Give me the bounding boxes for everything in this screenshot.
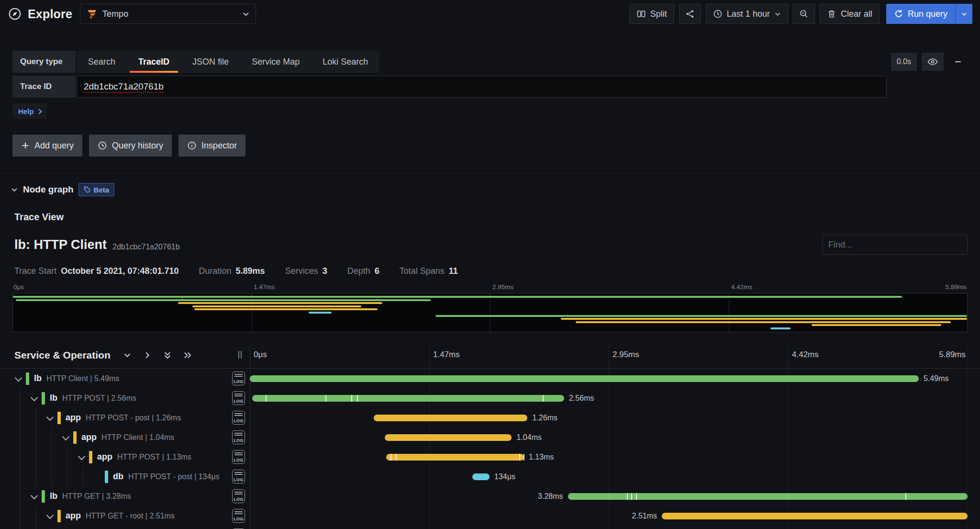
- collapse-chevron-icon[interactable]: [60, 431, 72, 444]
- log-icon[interactable]: LOG: [232, 509, 245, 523]
- inspector-button[interactable]: Inspector: [178, 135, 245, 157]
- collapse-chevron-icon[interactable]: [28, 392, 41, 405]
- trace-row[interactable]: LOG: [0, 526, 980, 529]
- indent-guide: [76, 467, 91, 486]
- log-icon[interactable]: LOG: [232, 391, 245, 405]
- sync-icon: [894, 9, 903, 19]
- remove-query-button[interactable]: [948, 53, 968, 71]
- minimap-tick: 0μs: [13, 283, 24, 291]
- trace-row[interactable]: appHTTP POST - post | 1.26msLOG1.26ms: [0, 408, 980, 428]
- row-timeline-cell[interactable]: 3.28ms: [250, 486, 968, 506]
- column-resizer-handle[interactable]: [238, 351, 242, 359]
- tab-search[interactable]: Search: [77, 51, 127, 73]
- row-name-cell[interactable]: dbHTTP POST - post | 134μsLOG: [0, 467, 250, 486]
- hide-query-button[interactable]: [922, 53, 944, 71]
- log-icon[interactable]: LOG: [232, 430, 245, 444]
- span-bar[interactable]: [252, 395, 565, 402]
- span-bar[interactable]: [472, 473, 490, 480]
- minimap-tick: 5.89ms: [946, 283, 967, 291]
- trace-row[interactable]: appHTTP Client | 1.04msLOG1.04ms: [0, 428, 980, 447]
- span-bar[interactable]: [386, 454, 524, 461]
- add-query-button[interactable]: Add query: [12, 135, 82, 157]
- run-query-button[interactable]: Run query: [886, 4, 972, 24]
- log-marker-tick: [390, 454, 391, 461]
- share-button[interactable]: [679, 4, 701, 24]
- tab-service-map[interactable]: Service Map: [240, 51, 311, 73]
- tab-traceid[interactable]: TraceID: [127, 51, 181, 73]
- trace-id-row: Trace ID 2db1cbc71a20761b: [12, 76, 887, 98]
- row-name-cell[interactable]: appHTTP POST | 1.13msLOG: [0, 447, 250, 467]
- row-name-cell[interactable]: appHTTP GET - root | 2.51msLOG: [0, 506, 250, 526]
- meta-value: 3: [323, 266, 327, 276]
- indent-guide: [12, 408, 28, 428]
- trace-row[interactable]: appHTTP GET - root | 2.51msLOG2.51ms: [0, 506, 980, 526]
- minimap-span: [770, 327, 791, 329]
- double-chevron-right-icon[interactable]: [182, 350, 193, 360]
- span-bar[interactable]: [385, 434, 512, 441]
- log-icon[interactable]: LOG: [232, 450, 245, 464]
- trace-row[interactable]: lbHTTP POST | 2.56msLOG2.56ms: [0, 388, 980, 408]
- row-timeline-cell[interactable]: 5.49ms: [250, 369, 968, 388]
- minimap-tick: 2.95ms: [490, 283, 513, 291]
- trace-row[interactable]: lbHTTP GET | 3.28msLOG3.28ms: [0, 486, 980, 506]
- collapse-chevron-icon[interactable]: [12, 372, 25, 385]
- span-bar[interactable]: [250, 375, 919, 382]
- chevron-down-icon[interactable]: [122, 350, 133, 360]
- chevron-right-icon[interactable]: [142, 350, 153, 360]
- service-color-bar: [57, 412, 61, 424]
- run-query-main[interactable]: Run query: [886, 9, 955, 19]
- row-timeline-cell[interactable]: [250, 526, 968, 529]
- trace-row[interactable]: lbHTTP Client | 5.49msLOG5.49ms: [0, 369, 980, 388]
- collapse-chevron-icon[interactable]: [44, 510, 56, 522]
- row-name-cell[interactable]: lbHTTP Client | 5.49msLOG: [0, 369, 250, 388]
- node-graph-section-header[interactable]: Node graph Beta: [11, 183, 114, 196]
- row-name-cell[interactable]: lbHTTP GET | 3.28msLOG: [0, 486, 250, 506]
- row-name-cell[interactable]: LOG: [0, 526, 250, 529]
- collapse-chevron-icon[interactable]: [76, 451, 88, 463]
- find-input[interactable]: [822, 235, 968, 255]
- indent-guide: [12, 486, 28, 506]
- log-marker-tick: [357, 395, 358, 402]
- timeline-tick: 5.89ms: [939, 350, 966, 360]
- query-history-button[interactable]: Query history: [89, 135, 172, 157]
- row-name-cell[interactable]: appHTTP Client | 1.04msLOG: [0, 428, 250, 447]
- zoom-out-button[interactable]: [793, 4, 815, 24]
- row-timeline-cell[interactable]: 2.51ms: [250, 506, 968, 526]
- trace-row[interactable]: dbHTTP POST - post | 134μsLOG134μs: [0, 467, 980, 486]
- span-duration-label: 2.51ms: [632, 512, 657, 520]
- double-chevron-down-icon[interactable]: [162, 350, 173, 360]
- row-timeline-cell[interactable]: 2.56ms: [250, 388, 968, 408]
- run-query-caret[interactable]: [955, 4, 972, 24]
- split-button[interactable]: Split: [629, 4, 674, 24]
- span-bar[interactable]: [568, 493, 968, 500]
- tab-json-file[interactable]: JSON file: [181, 51, 240, 73]
- row-timeline-cell[interactable]: 1.04ms: [250, 428, 968, 447]
- help-link[interactable]: Help: [12, 103, 47, 119]
- log-icon[interactable]: LOG: [232, 489, 245, 503]
- row-timeline-cell[interactable]: 134μs: [250, 467, 968, 486]
- row-name-cell[interactable]: appHTTP POST - post | 1.26msLOG: [0, 408, 250, 428]
- collapse-chevron-icon[interactable]: [28, 490, 41, 503]
- span-duration-label: 1.13ms: [529, 453, 554, 461]
- row-timeline-cell[interactable]: 1.13ms: [250, 447, 968, 467]
- span-bar[interactable]: [662, 513, 968, 519]
- indent-guide: [28, 467, 44, 486]
- span-bar[interactable]: [374, 415, 527, 421]
- span-duration-label: 2.56ms: [569, 394, 594, 403]
- trace-id-input[interactable]: 2db1cbc71a20761b: [77, 76, 887, 98]
- timeline-header: Service & Operation 0μs 1.47ms 2.95ms 4.…: [0, 342, 980, 369]
- minimap-canvas[interactable]: [12, 293, 968, 332]
- row-timeline-cell[interactable]: 1.26ms: [250, 408, 968, 428]
- minimap-span: [13, 296, 902, 298]
- row-name-cell[interactable]: lbHTTP POST | 2.56msLOG: [0, 388, 250, 408]
- row-service: lb: [50, 393, 57, 403]
- log-icon[interactable]: LOG: [232, 470, 245, 484]
- log-icon[interactable]: LOG: [232, 371, 245, 385]
- log-icon[interactable]: LOG: [232, 411, 245, 425]
- time-range-picker[interactable]: Last 1 hour: [706, 4, 788, 24]
- clear-all-button[interactable]: Clear all: [820, 4, 880, 24]
- collapse-chevron-icon[interactable]: [44, 412, 56, 424]
- datasource-picker[interactable]: Tempo: [80, 4, 256, 24]
- tab-loki-search[interactable]: Loki Search: [311, 51, 379, 73]
- trace-row[interactable]: appHTTP POST | 1.13msLOG1.13ms: [0, 447, 980, 467]
